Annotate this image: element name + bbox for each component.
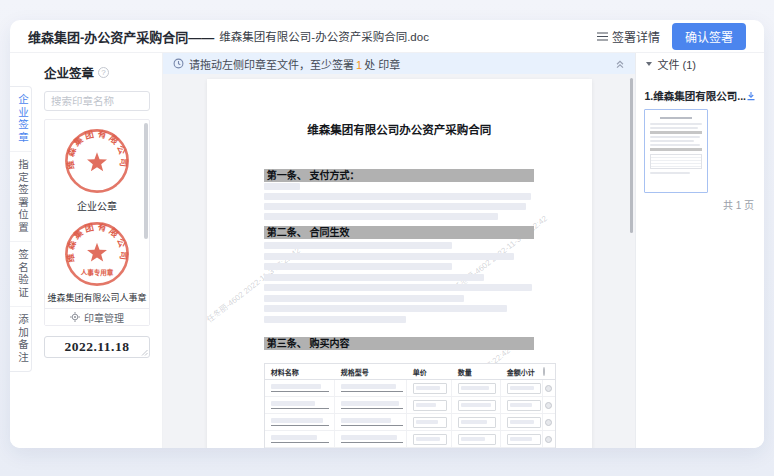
table-row [265,414,555,431]
sidebar-rail: 企业签章 指定签署位置 签名验证 添加备注 [10,53,32,448]
circle-icon [543,367,545,376]
input-box[interactable] [413,400,447,411]
thumb-line [650,123,702,125]
double-chevron-up-icon [615,59,625,69]
notice-bar: 请拖动左侧印章至文件，至少签署1处 印章 [163,53,635,74]
row-radio[interactable] [545,436,552,443]
tab-signature-verify[interactable]: 签名验证 [10,242,31,307]
cell-material [265,431,335,447]
thumb-title [660,117,692,119]
input-box[interactable] [413,417,447,428]
hr-seal-stamp[interactable]: 维森集团有限公司 人事专用章 [62,219,132,289]
tab-add-note[interactable]: 添加备注 [10,307,31,371]
window-header: 维森集团-办公资产采购合同—— 维森集团有限公司-办公资产采购合同.doc 签署… [10,20,764,53]
contract-page: 任冬丽-4602 2022-11-3 17:22:42 任冬丽-4602 202… [207,79,592,448]
seal-label: 企业公章 [45,198,149,213]
file-item-name: 1.维森集团有限公司... [644,88,746,103]
row-radio[interactable] [545,402,552,409]
clock-icon [173,58,184,69]
row-radio[interactable] [545,419,552,426]
table-row [265,431,555,448]
page-thumbnail[interactable] [644,109,708,193]
cell-spec [335,380,407,396]
redacted-line [264,274,484,281]
table-row [265,397,555,414]
cell-material [265,414,335,430]
tab-company-seal[interactable]: 企业签章 [10,87,31,152]
seal-manage-label: 印章管理 [84,310,124,325]
sign-date-field[interactable]: 2022.11.18 [44,336,150,358]
redacted-line [264,193,531,200]
input-box[interactable] [458,400,496,411]
contract-table-body [265,380,555,448]
seal-list-scrollbar[interactable] [144,123,148,239]
cell-unit-price [407,431,452,447]
gear-icon [70,312,80,322]
redacted-line [264,305,507,312]
input-box[interactable] [507,434,541,445]
sign-details-button[interactable]: 签署详情 [597,28,660,45]
collapse-notice-button[interactable] [615,59,625,69]
cell-material [265,397,335,413]
notice-text: 请拖动左侧印章至文件，至少签署1处 印章 [189,56,400,72]
col-header-subtotal: 金额小计 [501,367,543,377]
cell-action [543,380,555,396]
company-seal-stamp[interactable]: 维森集团有限公司 [62,126,132,196]
cell-action [543,397,555,413]
sign-date-value: 2022.11.18 [64,339,129,355]
input-box[interactable] [507,400,541,411]
files-panel-header[interactable]: 文件 (1) [644,53,756,74]
col-header-quantity: 数量 [452,367,501,377]
col-header-action [543,368,555,375]
input-box[interactable] [458,383,496,394]
redacted-line [264,253,514,260]
input-box[interactable] [507,383,541,394]
help-icon[interactable]: ? [98,67,109,78]
input-box[interactable] [458,417,496,428]
input-box[interactable] [458,434,496,445]
thumb-section-bar [650,148,702,151]
file-list-item[interactable]: 1.维森集团有限公司... [644,88,756,103]
redacted-line [264,213,498,220]
tab-assign-position[interactable]: 指定签署位置 [10,152,31,242]
table-row [265,380,555,397]
seal-list: 维森集团有限公司 企业公章 维森集团有限公司 人事专用章 维森集 [45,120,149,308]
list-icon [597,32,608,41]
input-box[interactable] [507,417,541,428]
document-viewport[interactable]: 任冬丽-4602 2022-11-3 17:22:42 任冬丽-4602 202… [163,74,635,448]
redacted-line [264,242,452,249]
row-radio[interactable] [545,385,552,392]
document-area: 请拖动左侧印章至文件，至少签署1处 印章 任冬丽-4602 2022-11-3 … [163,53,635,448]
chevron-down-icon [646,62,652,66]
files-panel: 文件 (1) 1.维森集团有限公司... 共 1 页 [635,53,764,448]
redacted-line [264,203,526,210]
seal-manage-button[interactable]: 印章管理 [45,308,149,325]
contract-file-name: 维森集团有限公司-办公资产采购合同.doc [219,28,429,44]
resize-grip-icon[interactable] [141,349,148,356]
seal-search-input[interactable] [44,91,150,111]
cell-quantity [452,414,501,430]
purchase-table-header: 材料名称 规格型号 单价 数量 金额小计 [265,364,555,380]
esign-window: 维森集团-办公资产采购合同—— 维森集团有限公司-办公资产采购合同.doc 签署… [10,20,764,448]
input-box[interactable] [413,383,447,394]
seal-label: 维森集团有限公司人事章 [45,291,149,304]
cell-subtotal [501,431,543,447]
seal-list-card: 维森集团有限公司 企业公章 维森集团有限公司 人事专用章 维森集 [44,119,150,326]
seal-panel: 企业签章 ? 维森集团有限公司 企业公章 [32,53,163,448]
cell-subtotal [501,414,543,430]
seal-panel-header: 企业签章 ? [44,63,150,82]
redacted-paragraph [264,242,532,326]
cell-quantity [452,397,501,413]
redacted-line [264,263,452,270]
contract-page-title: 维森集团有限公司办公资产采购合同 [207,121,592,137]
col-header-material: 材料名称 [265,367,335,377]
thumb-section-bar [650,131,702,134]
thumb-line [650,136,700,138]
download-icon[interactable] [746,91,756,101]
header-actions: 签署详情 确认签署 [597,23,746,50]
rail-tabs: 企业签章 指定签署位置 签名验证 添加备注 [10,86,32,372]
confirm-sign-button[interactable]: 确认签署 [672,23,746,50]
cell-unit-price [407,380,452,396]
input-box[interactable] [413,434,447,445]
seal-panel-title: 企业签章 [44,63,94,82]
